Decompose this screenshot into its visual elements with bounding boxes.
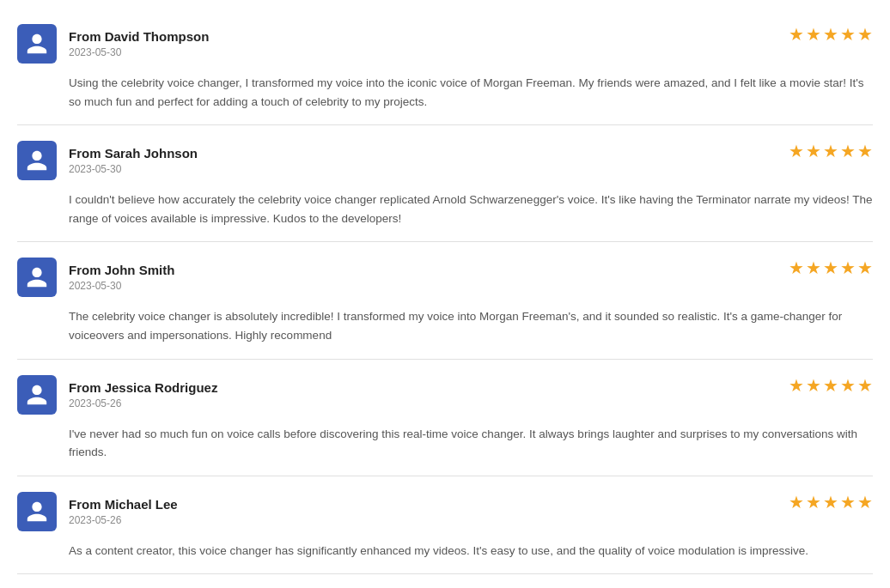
- star-icon: ★: [840, 24, 856, 45]
- star-icon: ★: [789, 24, 804, 45]
- reviewer-info: From David Thompson 2023-05-30: [69, 29, 209, 58]
- avatar: [17, 24, 57, 64]
- star-rating: ★★★★★: [789, 258, 873, 278]
- star-icon: ★: [806, 375, 821, 396]
- reviewer-left: From Sarah Johnson 2023-05-30: [17, 141, 198, 180]
- star-icon: ★: [789, 375, 804, 396]
- star-icon: ★: [789, 258, 804, 278]
- star-icon: ★: [806, 258, 821, 278]
- star-icon: ★: [789, 492, 804, 512]
- star-icon: ★: [823, 258, 838, 278]
- reviewer-left: From Jessica Rodriguez 2023-05-26: [17, 375, 217, 415]
- review-item: From Jessica Rodriguez 2023-05-26 ★★★★★ …: [17, 360, 873, 476]
- star-icon: ★: [840, 492, 856, 512]
- review-item: From John Smith 2023-05-30 ★★★★★ The cel…: [17, 242, 873, 359]
- star-icon: ★: [823, 492, 838, 512]
- review-header: From John Smith 2023-05-30 ★★★★★: [17, 258, 873, 297]
- review-date: 2023-05-30: [69, 280, 174, 292]
- review-header: From David Thompson 2023-05-30 ★★★★★: [17, 24, 873, 64]
- user-icon: [25, 500, 49, 524]
- review-date: 2023-05-30: [69, 163, 198, 175]
- review-text: As a content creator, this voice changer…: [17, 542, 873, 561]
- star-icon: ★: [823, 375, 838, 396]
- user-icon: [25, 32, 49, 56]
- reviewer-info: From Sarah Johnson 2023-05-30: [69, 146, 198, 175]
- star-icon: ★: [823, 24, 838, 45]
- reviewer-left: From Michael Lee 2023-05-26: [17, 492, 178, 531]
- user-icon: [25, 149, 49, 173]
- star-icon: ★: [857, 24, 873, 45]
- avatar: [17, 375, 57, 415]
- reviewer-left: From John Smith 2023-05-30: [17, 258, 174, 297]
- reviewer-info: From Jessica Rodriguez 2023-05-26: [69, 380, 217, 409]
- star-icon: ★: [857, 258, 873, 278]
- reviewer-name: From John Smith: [69, 263, 174, 277]
- avatar: [17, 492, 57, 531]
- review-text: The celebrity voice changer is absolutel…: [17, 307, 873, 344]
- review-header: From Sarah Johnson 2023-05-30 ★★★★★: [17, 141, 873, 180]
- reviewer-info: From Michael Lee 2023-05-26: [69, 497, 178, 526]
- reviewer-left: From David Thompson 2023-05-30: [17, 24, 209, 64]
- review-date: 2023-05-26: [69, 514, 178, 526]
- review-text: I've never had so much fun on voice call…: [17, 425, 873, 462]
- star-icon: ★: [789, 141, 804, 161]
- reviewer-info: From John Smith 2023-05-30: [69, 263, 174, 292]
- star-icon: ★: [857, 141, 873, 161]
- review-text: Using the celebrity voice changer, I tra…: [17, 74, 873, 111]
- star-icon: ★: [857, 492, 873, 512]
- avatar: [17, 141, 57, 180]
- star-rating: ★★★★★: [789, 24, 873, 45]
- review-date: 2023-05-26: [69, 397, 217, 409]
- star-icon: ★: [823, 141, 838, 161]
- review-header: From Michael Lee 2023-05-26 ★★★★★: [17, 492, 873, 531]
- star-icon: ★: [806, 24, 821, 45]
- reviewer-name: From Michael Lee: [69, 497, 178, 512]
- review-header: From Jessica Rodriguez 2023-05-26 ★★★★★: [17, 375, 873, 415]
- star-icon: ★: [840, 141, 856, 161]
- star-rating: ★★★★★: [789, 141, 873, 161]
- reviewer-name: From David Thompson: [69, 29, 209, 44]
- reviewer-name: From Jessica Rodriguez: [69, 380, 217, 395]
- star-icon: ★: [840, 258, 856, 278]
- user-icon: [25, 265, 49, 289]
- star-rating: ★★★★★: [789, 492, 873, 512]
- review-item: From David Thompson 2023-05-30 ★★★★★ Usi…: [17, 9, 873, 125]
- star-rating: ★★★★★: [789, 375, 873, 396]
- review-text: I couldn't believe how accurately the ce…: [17, 191, 873, 227]
- review-date: 2023-05-30: [69, 46, 209, 58]
- reviewer-name: From Sarah Johnson: [69, 146, 198, 161]
- star-icon: ★: [806, 492, 821, 512]
- reviews-container: From David Thompson 2023-05-30 ★★★★★ Usi…: [0, 0, 890, 583]
- review-item: From Michael Lee 2023-05-26 ★★★★★ As a c…: [17, 476, 873, 575]
- star-icon: ★: [840, 375, 856, 396]
- star-icon: ★: [806, 141, 821, 161]
- star-icon: ★: [857, 375, 873, 396]
- user-icon: [25, 383, 49, 407]
- review-item: From Sarah Johnson 2023-05-30 ★★★★★ I co…: [17, 125, 873, 242]
- avatar: [17, 258, 57, 297]
